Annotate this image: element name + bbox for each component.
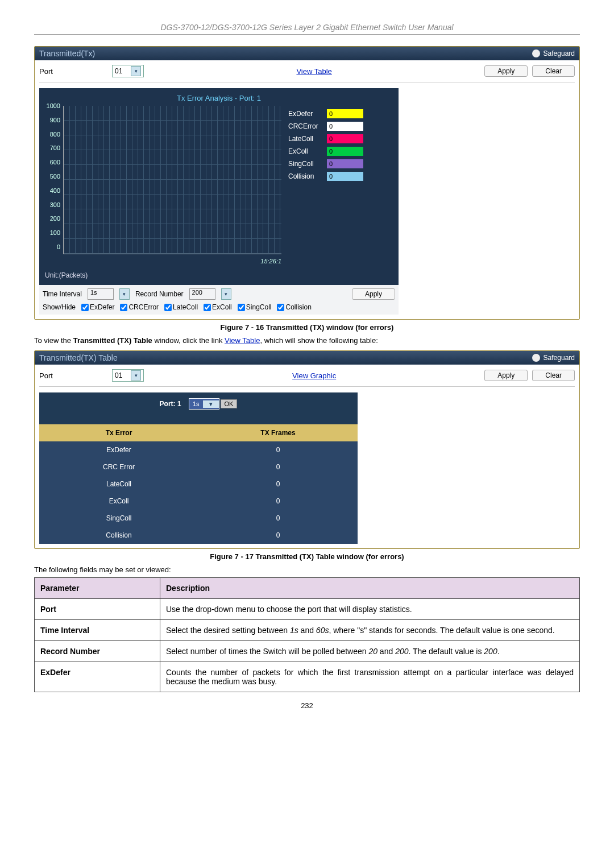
view-graphic-link[interactable]: View Graphic — [292, 371, 336, 380]
val-exdefer: 0 — [198, 441, 358, 458]
param-exdefer: ExDefer — [40, 668, 70, 677]
chart-grid: 1000 900 800 700 600 500 400 300 200 100 — [63, 106, 281, 254]
table-row: Port Use the drop-down menu to choose th… — [35, 599, 580, 620]
param-port: Port — [40, 605, 56, 614]
controls-apply-button[interactable]: Apply — [352, 288, 395, 300]
view-table-inline-link[interactable]: View Table — [225, 336, 260, 345]
time-interval-label: Time Interval — [43, 290, 82, 298]
legend-excoll: ExColl — [288, 147, 322, 155]
fields-text: The following fields may be set or viewe… — [34, 565, 580, 574]
port-select[interactable]: 01 ▾ — [112, 65, 144, 77]
desc-port: Use the drop-down menu to choose the por… — [160, 599, 580, 620]
y-axis-labels: 1000 900 800 700 600 500 400 300 200 100 — [43, 102, 60, 250]
row-excoll: ExColl — [39, 493, 198, 510]
intertext: To view the Transmitted (TX) Table windo… — [34, 336, 580, 345]
legend-singcoll: SingColl — [288, 160, 322, 168]
col-tx-frames: TX Frames — [198, 424, 358, 441]
panel1-title: Transmitted(Tx) — [39, 49, 95, 58]
chevron-down-icon: ▾ — [131, 66, 141, 76]
cb-excoll[interactable]: ExColl — [204, 303, 232, 311]
desc-exdefer: Counts the number of packets for which t… — [160, 662, 580, 692]
table-row: Record Number Select number of times the… — [35, 641, 580, 662]
desc-header: Description — [160, 578, 580, 599]
chevron-down-icon[interactable]: ▾ — [119, 288, 130, 300]
safeguard-label-2: Safeguard — [544, 354, 575, 362]
row-crcerror: CRC Error — [39, 458, 198, 476]
record-number-label: Record Number — [135, 290, 184, 298]
legend-val-latecoll: 0 — [327, 134, 363, 143]
val-latecoll: 0 — [198, 476, 358, 493]
param-header: Parameter — [35, 578, 160, 599]
unit-label: Unit:(Packets) — [45, 271, 395, 279]
cb-collision[interactable]: Collision — [277, 303, 311, 311]
view-table-link[interactable]: View Table — [296, 67, 331, 76]
val-excoll: 0 — [198, 493, 358, 510]
showhide-label: Show/Hide — [43, 303, 76, 311]
param-time-interval: Time Interval — [40, 626, 89, 635]
panel2-title: Transmitted(TX) Table — [39, 353, 118, 362]
legend-val-crcerror: 0 — [327, 122, 363, 131]
clear-button[interactable]: Clear — [532, 65, 575, 77]
tx-error-table: Port: 1 1s▾OK Tx ErrorTX Frames ExDefer0… — [39, 392, 358, 544]
param-record-number: Record Number — [40, 647, 100, 656]
val-crcerror: 0 — [198, 458, 358, 476]
safeguard-icon — [532, 49, 540, 57]
col-tx-error: Tx Error — [39, 424, 198, 441]
ok-button[interactable]: OK — [221, 399, 238, 408]
port-label: Port — [39, 67, 107, 76]
legend-val-excoll: 0 — [327, 147, 363, 156]
apply-button-2[interactable]: Apply — [484, 370, 528, 381]
chart-legend: ExDefer0 CRCError0 LateColl0 ExColl0 Sin… — [288, 106, 363, 264]
cb-latecoll[interactable]: LateColl — [164, 303, 198, 311]
chevron-down-icon: ▾ — [131, 370, 141, 381]
page-number: 232 — [34, 701, 580, 710]
safeguard-icon — [532, 354, 540, 362]
legend-val-singcoll: 0 — [327, 159, 363, 168]
record-number-input[interactable]: 200 — [189, 288, 215, 300]
port-value: 01 — [115, 67, 122, 75]
port-header-bar: Port: 1 1s▾OK — [39, 392, 358, 415]
legend-crcerror: CRCError — [288, 122, 322, 130]
transmitted-tx-panel: Transmitted(Tx) Safeguard Port 01 ▾ View… — [34, 46, 580, 320]
desc-record-number: Select number of times the Switch will b… — [160, 641, 580, 662]
chart-controls: Time Interval 1s ▾ Record Number 200 ▾ A… — [39, 285, 399, 315]
val-singcoll: 0 — [198, 510, 358, 527]
cb-exdefer[interactable]: ExDefer — [81, 303, 114, 311]
port-label-2: Port — [39, 371, 107, 380]
clear-button-2[interactable]: Clear — [532, 370, 575, 381]
page-header: DGS-3700-12/DGS-3700-12G Series Layer 2 … — [34, 23, 580, 35]
port-select-2[interactable]: 01 ▾ — [112, 369, 144, 382]
transmitted-tx-table-panel: Transmitted(TX) Table Safeguard Port 01 … — [34, 350, 580, 549]
row-latecoll: LateColl — [39, 476, 198, 493]
cb-singcoll[interactable]: SingColl — [238, 303, 272, 311]
cb-crcerror[interactable]: CRCError — [120, 303, 159, 311]
chart-area: Tx Error Analysis - Port: 1 1000 900 800… — [39, 88, 399, 285]
chevron-down-icon: ▾ — [203, 400, 219, 408]
figure-caption-1: Figure 7 - 16 Transmitted (TX) window (f… — [34, 323, 580, 332]
table-row: Time Interval Select the desired setting… — [35, 620, 580, 641]
legend-val-collision: 0 — [327, 172, 363, 181]
figure-caption-2: Figure 7 - 17 Transmitted (TX) Table win… — [34, 552, 580, 561]
safeguard-label: Safeguard — [544, 49, 575, 57]
desc-time-interval: Select the desired setting between 1s an… — [160, 620, 580, 641]
chevron-down-icon[interactable]: ▾ — [221, 288, 231, 300]
interval-select[interactable]: 1s▾ — [189, 398, 219, 410]
table-row: ExDefer Counts the number of packets for… — [35, 662, 580, 692]
chart-title: Tx Error Analysis - Port: 1 — [43, 94, 395, 102]
row-singcoll: SingColl — [39, 510, 198, 527]
chart-time: 15:26:1 — [63, 258, 281, 264]
parameter-table: Parameter Description Port Use the drop-… — [34, 577, 580, 692]
val-collision: 0 — [198, 527, 358, 544]
legend-exdefer: ExDefer — [288, 110, 322, 118]
row-collision: Collision — [39, 527, 198, 544]
row-exdefer: ExDefer — [39, 441, 198, 458]
legend-val-exdefer: 0 — [327, 109, 363, 118]
legend-latecoll: LateColl — [288, 135, 322, 143]
legend-collision: Collision — [288, 172, 322, 180]
port-value-2: 01 — [115, 371, 122, 379]
apply-button[interactable]: Apply — [484, 65, 528, 77]
time-interval-input[interactable]: 1s — [88, 288, 114, 300]
